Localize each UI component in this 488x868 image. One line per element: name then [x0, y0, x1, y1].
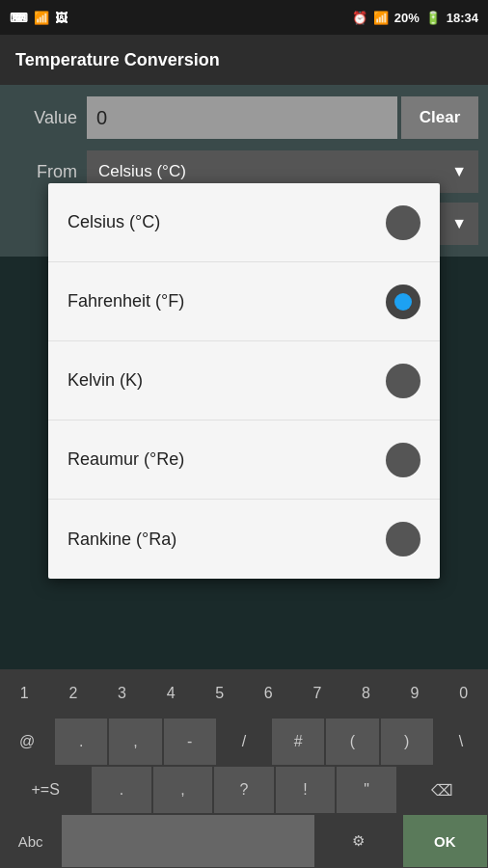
keyboard-letters-row: +=S . , ? ! " ⌫ [0, 766, 488, 814]
key-period[interactable]: . [54, 718, 108, 766]
key-comma[interactable]: , [108, 718, 162, 766]
key-rparen[interactable]: ) [380, 718, 434, 766]
keyboard-symbol-row: @ . , - / # ( ) \ [0, 718, 488, 766]
battery-icon: 🔋 [425, 11, 441, 25]
key-4[interactable]: 4 [147, 669, 196, 718]
app-title: Temperature Conversion [15, 50, 220, 70]
list-item[interactable]: Fahrenheit (°F) [48, 262, 440, 341]
fahrenheit-option-label: Fahrenheit (°F) [68, 291, 184, 312]
key-comma-2[interactable]: , [152, 766, 214, 814]
key-8[interactable]: 8 [341, 669, 391, 718]
reaumur-option-label: Reaumur (°Re) [68, 449, 184, 470]
kelvin-option-label: Kelvin (K) [68, 370, 143, 391]
image-icon: 🖼 [55, 11, 68, 25]
dropdown-overlay: Celsius (°C) Fahrenheit (°F) Kelvin (K) … [48, 183, 440, 579]
status-bar: ⌨ 📶 🖼 ⏰ 📶 20% 🔋 18:34 [0, 0, 488, 35]
key-6[interactable]: 6 [244, 669, 293, 718]
key-exclaim[interactable]: ! [275, 766, 337, 814]
key-5[interactable]: 5 [195, 669, 244, 718]
keyboard-bottom-row: Abc ⚙ OK [0, 814, 488, 868]
list-item[interactable]: Reaumur (°Re) [48, 420, 440, 500]
radio-selected-indicator [394, 293, 412, 311]
key-backslash[interactable]: \ [434, 718, 488, 766]
key-at[interactable]: @ [0, 718, 54, 766]
keyboard-icon: ⌨ [10, 11, 28, 25]
celsius-option-label: Celsius (°C) [68, 212, 160, 232]
fahrenheit-radio[interactable] [386, 285, 420, 319]
keyboard-area: 1 2 3 4 5 6 7 8 9 0 @ . , - / # ( ) \ +=… [0, 669, 488, 868]
app-bar: Temperature Conversion [0, 35, 488, 85]
chevron-down-icon: ▼ [451, 163, 467, 180]
keyboard-number-row: 1 2 3 4 5 6 7 8 9 0 [0, 669, 488, 718]
key-hash[interactable]: # [271, 718, 325, 766]
from-label: From [10, 162, 87, 182]
key-7[interactable]: 7 [293, 669, 342, 718]
list-item[interactable]: Celsius (°C) [48, 183, 440, 262]
key-slash[interactable]: / [217, 718, 271, 766]
tools-key[interactable]: ⚙ [315, 814, 401, 868]
key-period-2[interactable]: . [91, 766, 152, 814]
value-label: Value [10, 108, 87, 128]
key-1[interactable]: 1 [0, 669, 49, 718]
clear-button[interactable]: Clear [401, 96, 478, 139]
rankine-option-label: Rankine (°Ra) [68, 529, 176, 550]
chevron-down-icon-to: ▼ [451, 215, 467, 232]
key-9[interactable]: 9 [391, 669, 440, 718]
key-0[interactable]: 0 [439, 669, 488, 718]
alarm-icon: ⏰ [352, 11, 367, 25]
space-key[interactable] [61, 814, 315, 868]
key-quote[interactable]: " [336, 766, 397, 814]
key-2[interactable]: 2 [49, 669, 98, 718]
reaumur-radio[interactable] [386, 443, 420, 477]
sim-icon: 📶 [34, 11, 49, 25]
key-dash[interactable]: - [163, 718, 217, 766]
celsius-radio[interactable] [386, 205, 420, 240]
time-display: 18:34 [447, 11, 478, 25]
list-item[interactable]: Rankine (°Ra) [48, 500, 440, 579]
value-input[interactable] [87, 96, 397, 139]
wifi-icon: 📶 [373, 11, 389, 25]
list-item[interactable]: Kelvin (K) [48, 341, 440, 420]
key-3[interactable]: 3 [97, 669, 147, 718]
key-question[interactable]: ? [213, 766, 275, 814]
key-symbol-toggle[interactable]: +=S [0, 766, 91, 814]
backspace-key[interactable]: ⌫ [397, 766, 488, 814]
value-row: Value Clear [10, 96, 478, 139]
status-icons-left: ⌨ 📶 🖼 [10, 11, 68, 25]
key-lparen[interactable]: ( [325, 718, 379, 766]
rankine-radio[interactable] [386, 522, 420, 556]
abc-key[interactable]: Abc [0, 814, 61, 868]
status-icons-right: ⏰ 📶 20% 🔋 18:34 [352, 11, 478, 25]
ok-key[interactable]: OK [402, 814, 488, 868]
battery-text: 20% [394, 11, 420, 25]
from-selected-value: Celsius (°C) [98, 162, 186, 181]
kelvin-radio[interactable] [386, 364, 420, 398]
